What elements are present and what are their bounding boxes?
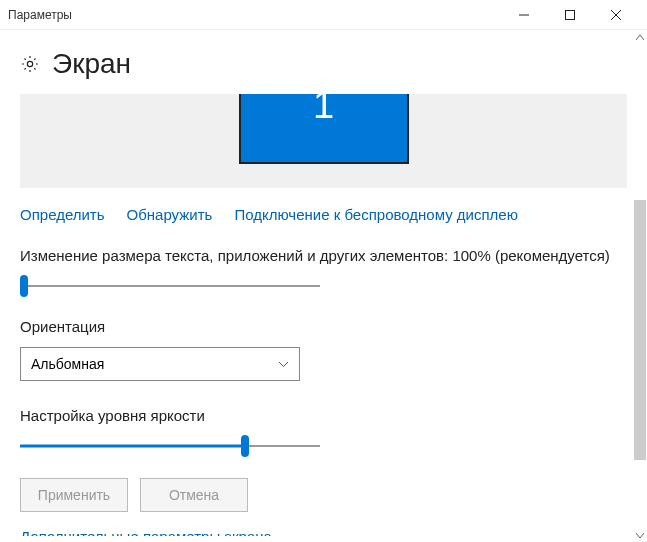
svg-point-4 xyxy=(27,61,32,66)
detect-link[interactable]: Обнаружить xyxy=(127,206,213,223)
titlebar: Параметры xyxy=(0,0,647,30)
scale-slider-thumb[interactable] xyxy=(20,275,28,297)
scroll-up-button[interactable] xyxy=(633,30,647,44)
action-buttons: Применить Отмена xyxy=(20,478,627,512)
monitor-number: 1 xyxy=(313,94,334,117)
svg-rect-1 xyxy=(566,10,575,19)
monitor-1[interactable]: 1 xyxy=(239,94,409,164)
vertical-scrollbar[interactable] xyxy=(633,30,647,542)
scroll-down-button[interactable] xyxy=(633,528,647,542)
orientation-select[interactable]: Альбомная xyxy=(20,347,300,381)
apply-button[interactable]: Применить xyxy=(20,478,128,512)
brightness-slider-thumb[interactable] xyxy=(241,435,249,457)
window-controls xyxy=(501,0,639,30)
cancel-button[interactable]: Отмена xyxy=(140,478,248,512)
brightness-label: Настройка уровня яркости xyxy=(20,407,627,424)
scale-slider[interactable] xyxy=(20,276,320,296)
gear-icon xyxy=(20,54,40,74)
maximize-button[interactable] xyxy=(547,0,593,30)
page-title: Экран xyxy=(52,48,131,80)
page-header: Экран xyxy=(20,48,627,80)
advanced-display-link[interactable]: Дополнительные параметры экрана xyxy=(20,528,627,536)
wireless-display-link[interactable]: Подключение к беспроводному дисплею xyxy=(234,206,518,223)
brightness-slider[interactable] xyxy=(20,436,320,456)
orientation-value: Альбомная xyxy=(31,356,104,372)
close-button[interactable] xyxy=(593,0,639,30)
orientation-label: Ориентация xyxy=(20,318,627,335)
minimize-button[interactable] xyxy=(501,0,547,30)
monitor-preview: 1 xyxy=(20,94,627,188)
content: Экран 1 Определить Обнаружить Подключени… xyxy=(0,30,647,542)
window-title: Параметры xyxy=(8,8,501,22)
identify-link[interactable]: Определить xyxy=(20,206,105,223)
chevron-down-icon xyxy=(278,358,289,370)
scroll-thumb[interactable] xyxy=(634,200,646,460)
display-links: Определить Обнаружить Подключение к бесп… xyxy=(20,206,627,223)
scale-label: Изменение размера текста, приложений и д… xyxy=(20,247,627,264)
